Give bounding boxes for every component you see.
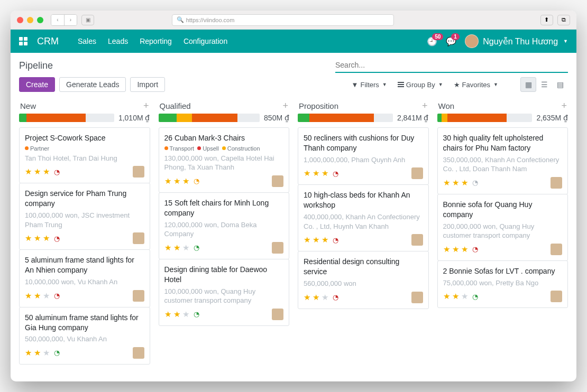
favorites-dropdown[interactable]: ★Favorites▼ — [454, 81, 498, 89]
add-card-button[interactable]: + — [561, 100, 567, 111]
maximize-icon[interactable] — [37, 17, 43, 23]
star-icon[interactable]: ★ — [443, 178, 450, 188]
star-icon[interactable]: ★ — [25, 291, 32, 301]
nav-sales[interactable]: Sales — [78, 37, 96, 45]
star-empty-icon[interactable]: ★ — [461, 292, 468, 301]
activity-clock-icon[interactable]: ◔ — [54, 168, 60, 176]
kanban-card[interactable]: 50 aluminum frame stand lights for Gia H… — [19, 307, 150, 365]
star-icon[interactable]: ★ — [313, 293, 319, 302]
activity-clock-icon[interactable]: ◔ — [472, 293, 478, 301]
activity-clock-icon[interactable]: ◔ — [333, 293, 338, 301]
activity-clock-icon[interactable]: ◔ — [54, 349, 60, 357]
star-icon[interactable]: ★ — [173, 310, 180, 319]
app-brand[interactable]: CRM — [37, 36, 59, 47]
add-card-button[interactable]: + — [422, 100, 428, 111]
star-icon[interactable]: ★ — [322, 169, 328, 178]
upload-icon[interactable]: ⬆ — [540, 15, 553, 25]
star-empty-icon[interactable]: ★ — [43, 291, 50, 301]
activity-clock-icon[interactable]: ◔ — [333, 170, 338, 178]
generate-leads-button[interactable]: Generate Leads — [59, 77, 126, 92]
star-empty-icon[interactable]: ★ — [322, 293, 328, 302]
kanban-card[interactable]: Design service for Pham Trung company100… — [19, 183, 150, 250]
star-icon[interactable]: ★ — [304, 235, 310, 245]
star-icon[interactable]: ★ — [25, 167, 32, 176]
star-icon[interactable]: ★ — [164, 176, 171, 186]
activity-clock-icon[interactable]: ◔ — [194, 177, 199, 185]
messages-indicator[interactable]: 💬 1 — [446, 36, 456, 46]
kanban-card[interactable]: 5 aluminum frame stand lights for An Nhi… — [19, 249, 150, 307]
kanban-card[interactable]: 15 Soft felt chairs for Minh Long compan… — [159, 192, 290, 259]
tabs-icon[interactable]: ⧉ — [557, 15, 570, 25]
star-icon[interactable]: ★ — [164, 243, 171, 253]
kanban-card[interactable]: 50 recliners with cushions for Duy Thanh… — [298, 127, 429, 185]
activity-indicator[interactable]: 🕘 50 — [427, 36, 437, 46]
activity-clock-icon[interactable]: ◔ — [472, 245, 478, 253]
activity-clock-icon[interactable]: ◔ — [54, 235, 60, 242]
minimize-icon[interactable] — [27, 17, 33, 23]
apps-icon[interactable] — [19, 37, 27, 45]
search-input[interactable] — [335, 61, 568, 69]
star-icon[interactable]: ★ — [34, 291, 41, 301]
star-icon[interactable]: ★ — [313, 169, 319, 178]
import-button[interactable]: Import — [130, 77, 165, 92]
kanban-card[interactable]: Project S-Cowork SpacePartnerTan Thoi Ho… — [19, 127, 150, 183]
sidebar-toggle[interactable]: ▣ — [81, 15, 94, 25]
activity-clock-icon[interactable]: ◔ — [194, 244, 199, 251]
star-empty-icon[interactable]: ★ — [182, 243, 189, 253]
list-view[interactable]: ☰ — [536, 77, 552, 92]
star-icon[interactable]: ★ — [173, 243, 180, 253]
star-icon[interactable]: ★ — [43, 167, 50, 176]
star-icon[interactable]: ★ — [182, 176, 189, 186]
search-box[interactable] — [335, 58, 568, 73]
star-icon[interactable]: ★ — [34, 167, 41, 176]
activity-clock-icon[interactable]: ◔ — [54, 292, 60, 300]
nav-configuration[interactable]: Configuration — [184, 37, 227, 45]
star-icon[interactable]: ★ — [304, 293, 310, 302]
star-icon[interactable]: ★ — [461, 245, 468, 254]
activity-clock-icon[interactable]: ◔ — [194, 310, 199, 318]
star-icon[interactable]: ★ — [452, 292, 459, 301]
close-icon[interactable] — [17, 17, 23, 23]
url-bar[interactable]: 🔍 https://viindoo.com — [172, 14, 394, 26]
star-empty-icon[interactable]: ★ — [182, 310, 189, 319]
star-icon[interactable]: ★ — [164, 310, 171, 319]
forward-button[interactable]: › — [64, 15, 77, 25]
kanban-card[interactable]: 10 high-class beds for Khanh An workshop… — [298, 184, 429, 251]
star-icon[interactable]: ★ — [452, 178, 459, 188]
kanban-card[interactable]: 30 high quality felt upholstered chairs … — [437, 127, 568, 194]
star-icon[interactable]: ★ — [25, 234, 32, 243]
star-icon[interactable]: ★ — [25, 348, 32, 358]
star-icon[interactable]: ★ — [34, 348, 41, 358]
kanban-card[interactable]: Residential design consulting service560… — [298, 251, 429, 309]
calendar-view[interactable]: ▤ — [552, 77, 568, 92]
star-icon[interactable]: ★ — [173, 176, 180, 186]
star-icon[interactable]: ★ — [43, 234, 50, 243]
star-icon[interactable]: ★ — [322, 235, 328, 245]
star-icon[interactable]: ★ — [304, 169, 310, 178]
kanban-card[interactable]: 26 Cuban Mark-3 ChairsTransportUpsellCon… — [159, 127, 290, 193]
user-menu[interactable]: Nguyễn Thu Hương ▼ — [465, 34, 568, 48]
groupby-dropdown[interactable]: Group By▼ — [398, 81, 443, 89]
kanban-card[interactable]: Bonnie sofa for Quang Huy company200,000… — [437, 194, 568, 261]
assignee-avatar — [411, 167, 423, 179]
add-card-button[interactable]: + — [282, 100, 288, 111]
create-button[interactable]: Create — [19, 77, 55, 92]
activity-clock-icon[interactable]: ◔ — [333, 236, 338, 244]
nav-leads[interactable]: Leads — [108, 37, 128, 45]
kanban-view[interactable]: ▦ — [520, 77, 536, 92]
star-icon[interactable]: ★ — [452, 245, 459, 254]
kanban-card[interactable]: 2 Bonnie Sofas for LVT . company75,000,0… — [437, 260, 568, 308]
add-card-button[interactable]: + — [143, 100, 149, 111]
star-icon[interactable]: ★ — [34, 234, 41, 243]
star-empty-icon[interactable]: ★ — [43, 348, 50, 358]
nav-reporting[interactable]: Reporting — [140, 37, 172, 45]
star-icon[interactable]: ★ — [443, 292, 450, 301]
groupby-label: Group By — [406, 81, 435, 89]
star-icon[interactable]: ★ — [461, 178, 468, 188]
kanban-card[interactable]: Design dining table for Daewoo Hotel100,… — [159, 259, 290, 326]
star-icon[interactable]: ★ — [313, 235, 319, 245]
star-icon[interactable]: ★ — [443, 245, 450, 254]
activity-clock-icon[interactable]: ◔ — [472, 179, 478, 186]
back-button[interactable]: ‹ — [51, 15, 64, 25]
filters-dropdown[interactable]: ▼Filters▼ — [352, 81, 387, 89]
